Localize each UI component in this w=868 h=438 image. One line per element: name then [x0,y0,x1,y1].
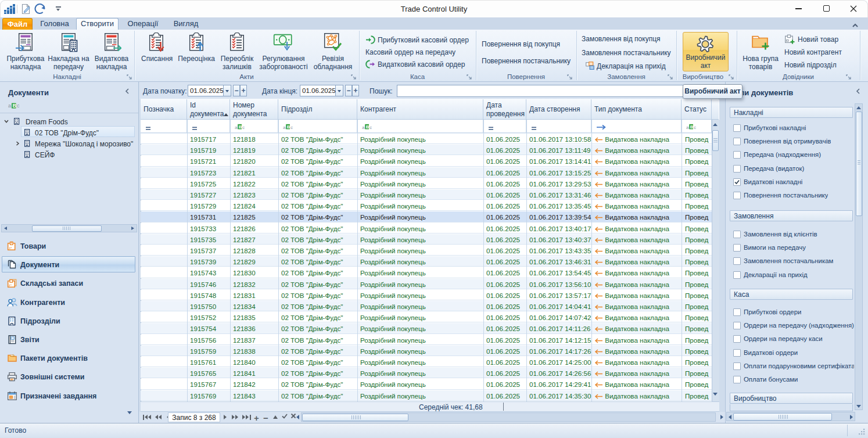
svg-text:B: B [13,103,17,109]
svg-text:c: c [290,125,293,130]
svg-text:a: a [686,125,689,130]
svg-text:c: c [242,125,245,130]
svg-text:a: a [362,125,365,130]
svg-text:a: a [8,103,11,109]
svg-text:B: B [239,124,242,130]
svg-text:a: a [235,125,238,130]
svg-text:B: B [366,124,370,130]
svg-text:a: a [283,125,286,130]
svg-text:B: B [690,124,694,130]
svg-text:B: B [287,124,290,130]
svg-text:c: c [370,125,372,130]
svg-text:c: c [17,103,20,109]
svg-text:c: c [694,125,696,130]
